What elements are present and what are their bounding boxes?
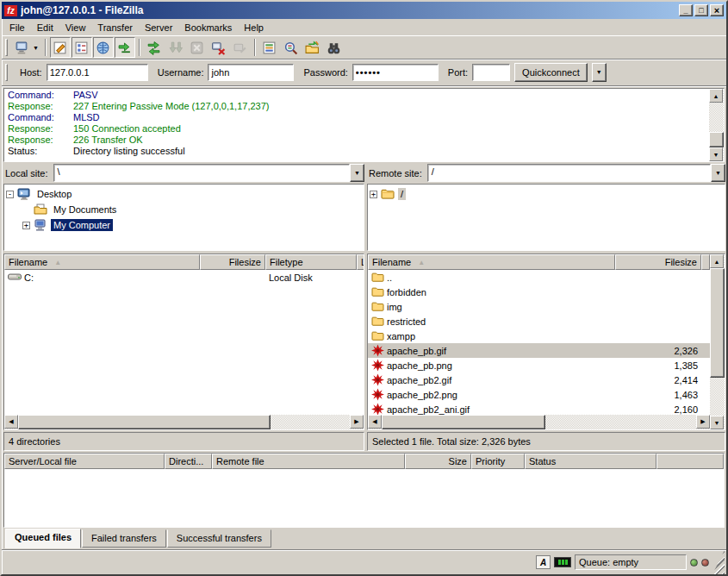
- process-queue-button[interactable]: [165, 37, 186, 58]
- scroll-left-icon[interactable]: ◀: [368, 415, 382, 429]
- file-row[interactable]: img: [368, 299, 710, 314]
- file-row[interactable]: apache_pb.png 1,385: [368, 358, 710, 373]
- scroll-down-icon[interactable]: ▼: [710, 416, 724, 429]
- compare-directories-button[interactable]: [281, 37, 302, 58]
- username-input[interactable]: [208, 64, 294, 81]
- toggle-message-log-button[interactable]: [50, 37, 71, 58]
- local-site-value[interactable]: \: [53, 164, 350, 182]
- scroll-up-icon[interactable]: ▲: [710, 254, 724, 268]
- scrollbar-thumb[interactable]: [382, 415, 545, 429]
- tab-successful-transfers[interactable]: Successful transfers: [167, 529, 271, 548]
- remote-horizontal-scrollbar[interactable]: ◀ ▶: [368, 415, 710, 429]
- column-header-direction[interactable]: Directi...: [165, 454, 212, 469]
- menu-bookmarks[interactable]: Bookmarks: [178, 21, 238, 34]
- tab-failed-transfers[interactable]: Failed transfers: [82, 529, 166, 548]
- site-manager-dropdown-icon[interactable]: ▼: [33, 45, 41, 51]
- speed-limit-icon[interactable]: [554, 557, 571, 567]
- queue-size-indicator: Queue: empty: [575, 554, 687, 570]
- filter-button[interactable]: [259, 37, 280, 58]
- port-input[interactable]: [472, 64, 510, 81]
- file-row[interactable]: apache_pb2_ani.gif 2,160: [368, 402, 710, 415]
- toggle-local-tree-button[interactable]: [72, 37, 92, 58]
- file-row[interactable]: apache_pb2.gif 2,414: [368, 373, 710, 387]
- file-row-selected[interactable]: apache_pb.gif 2,326: [368, 343, 710, 358]
- column-header-server-local-file[interactable]: Server/Local file: [4, 454, 165, 469]
- column-header-status[interactable]: Status: [525, 454, 656, 469]
- reconnect-button[interactable]: [230, 37, 251, 58]
- file-row[interactable]: forbidden: [368, 285, 710, 299]
- scroll-left-icon[interactable]: ◀: [4, 415, 18, 429]
- menu-edit[interactable]: Edit: [31, 21, 59, 34]
- tab-queued-files[interactable]: Queued files: [5, 529, 81, 548]
- remote-site-dropdown-icon[interactable]: ▼: [711, 164, 725, 182]
- scroll-right-icon[interactable]: ▶: [696, 415, 710, 429]
- menu-help[interactable]: Help: [238, 21, 270, 34]
- maximize-button[interactable]: □: [694, 4, 708, 16]
- menu-server[interactable]: Server: [139, 21, 178, 34]
- cancel-operation-button[interactable]: [187, 37, 208, 58]
- expander-icon[interactable]: -: [6, 191, 14, 198]
- remote-site-combo[interactable]: / ▼: [427, 164, 725, 182]
- menu-transfer[interactable]: Transfer: [91, 21, 139, 34]
- column-header-filetype[interactable]: Filetype: [265, 254, 357, 270]
- remote-site-bar: Remote site: / ▼: [367, 164, 725, 182]
- find-files-button[interactable]: [324, 37, 345, 58]
- column-header-last-modified[interactable]: L: [357, 254, 364, 270]
- log-vertical-scrollbar[interactable]: ▲ ▼: [709, 89, 724, 161]
- scrollbar-thumb[interactable]: [18, 415, 271, 429]
- menu-file[interactable]: File: [3, 21, 31, 34]
- column-header-remote-file[interactable]: Remote file: [212, 454, 405, 469]
- scrollbar-thumb[interactable]: [710, 268, 725, 378]
- local-site-dropdown-icon[interactable]: ▼: [350, 164, 364, 182]
- host-input[interactable]: [47, 64, 148, 81]
- scrollbar-thumb[interactable]: [709, 132, 724, 147]
- queue-tabs: Queued files Failed transfers Successful…: [2, 528, 726, 549]
- resize-grip[interactable]: [712, 550, 725, 574]
- tree-item-my-documents[interactable]: My Documents: [6, 202, 364, 217]
- refresh-button[interactable]: [144, 37, 165, 58]
- toggle-transfer-queue-button[interactable]: [115, 37, 135, 58]
- column-header-filesize[interactable]: Filesize: [200, 254, 265, 270]
- tree-item-label[interactable]: Desktop: [34, 188, 74, 200]
- local-tree: - Desktop My Documents + My Computer: [3, 184, 364, 251]
- scroll-right-icon[interactable]: ▶: [350, 415, 364, 429]
- log-line: Command:MLSD: [8, 112, 709, 123]
- quickconnect-button[interactable]: Quickconnect: [514, 63, 588, 82]
- file-row[interactable]: xampp: [368, 329, 710, 343]
- scroll-up-icon[interactable]: ▲: [709, 89, 723, 103]
- toggle-remote-tree-button[interactable]: [93, 37, 114, 58]
- tree-item-label[interactable]: My Computer: [51, 219, 113, 231]
- tree-item-label[interactable]: /: [398, 188, 406, 200]
- tree-item-root[interactable]: + /: [370, 186, 725, 202]
- file-row[interactable]: restricted: [368, 314, 710, 329]
- column-header-filename[interactable]: Filename▲: [368, 254, 615, 270]
- remote-site-value[interactable]: /: [427, 164, 711, 182]
- expander-icon[interactable]: +: [22, 222, 30, 229]
- menu-view[interactable]: View: [59, 21, 92, 34]
- password-input[interactable]: [352, 64, 439, 81]
- expander-icon[interactable]: +: [370, 191, 377, 198]
- file-row[interactable]: ..: [368, 270, 710, 285]
- datatype-indicator[interactable]: A: [536, 555, 551, 569]
- column-header-size[interactable]: Size: [405, 454, 471, 469]
- close-button[interactable]: ×: [710, 4, 724, 16]
- tree-item-desktop[interactable]: - Desktop: [6, 186, 364, 202]
- disconnect-button[interactable]: [208, 37, 229, 58]
- local-site-combo[interactable]: \ ▼: [53, 164, 364, 182]
- minimize-button[interactable]: _: [679, 4, 693, 16]
- column-header-priority[interactable]: Priority: [471, 454, 525, 469]
- column-header-filename[interactable]: Filename▲: [4, 254, 200, 270]
- scroll-down-icon[interactable]: ▼: [709, 147, 723, 161]
- quickconnect-dropdown-icon[interactable]: ▼: [592, 63, 607, 82]
- file-row-c-drive[interactable]: C: Local Disk: [4, 270, 364, 285]
- title-bar[interactable]: fz john@127.0.0.1 - FileZilla _ □ ×: [2, 2, 726, 19]
- remote-list-body: .. forbidden img restricted: [368, 270, 710, 415]
- tree-item-label[interactable]: My Documents: [51, 203, 119, 216]
- site-manager-button[interactable]: [11, 37, 32, 58]
- column-header-filesize[interactable]: Filesize: [615, 254, 701, 270]
- synchronized-browsing-button[interactable]: [302, 37, 323, 58]
- file-row[interactable]: apache_pb2.png 1,463: [368, 387, 710, 402]
- remote-vertical-scrollbar[interactable]: ▲ ▼: [710, 254, 725, 429]
- local-horizontal-scrollbar[interactable]: ◀ ▶: [4, 415, 364, 429]
- tree-item-my-computer[interactable]: + My Computer: [6, 217, 364, 233]
